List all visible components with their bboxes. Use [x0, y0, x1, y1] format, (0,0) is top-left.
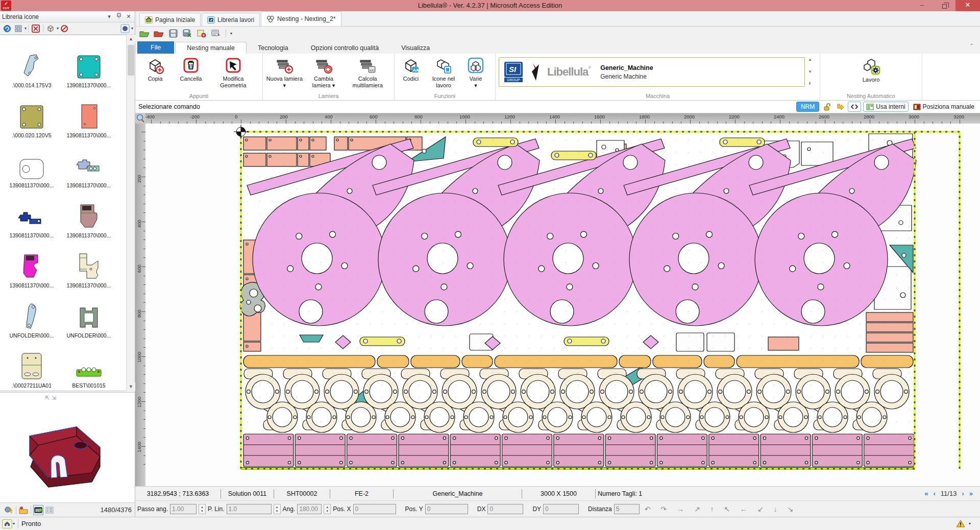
distanza-input[interactable] [614, 504, 640, 514]
nrm-button[interactable]: NRM [796, 102, 819, 112]
disable-icon[interactable] [59, 23, 69, 34]
new-folder-icon[interactable] [18, 505, 29, 515]
filter-caret[interactable]: ▾ [131, 26, 133, 31]
code-view-button[interactable] [848, 102, 861, 112]
tab-libreria-lavori[interactable]: Libreria lavori [202, 13, 260, 26]
report-icon[interactable] [210, 28, 222, 39]
home-status-caret[interactable]: ▾ [13, 521, 15, 526]
nuova-lamiera-button[interactable]: Nuova lamiera ▾ [266, 56, 303, 89]
passo-ang-spinner[interactable]: ▲▼ [199, 504, 206, 514]
scroll-thumb[interactable] [128, 45, 134, 76]
nesting-canvas-area[interactable]: -400-20002004006008001000120014001600180… [135, 113, 980, 486]
library-item[interactable]: 1390811370\000... [3, 188, 60, 238]
pos-x-input[interactable] [353, 504, 396, 514]
dx-input[interactable] [487, 504, 523, 514]
cambia-lamiera-button[interactable]: Cambia lamiera ▾ [305, 56, 342, 89]
posiziona-manuale-button[interactable]: Posiziona manuale [911, 102, 977, 112]
icone-nel-lavoro-button[interactable]: Icone nel lavoro [426, 56, 461, 89]
quickbar-more-caret[interactable]: ▾ [230, 31, 232, 36]
drawing-area[interactable] [145, 124, 980, 486]
first-page-icon[interactable]: « [924, 490, 928, 497]
refresh-library-icon[interactable] [2, 23, 12, 34]
title-bar: ✓CUT Libellula® - Ver. 4.2.37 | Microsof… [0, 0, 980, 11]
resize-arrows-icon[interactable]: ⇱⇲ [45, 395, 58, 401]
minimize-button[interactable]: – [911, 0, 933, 11]
ribbon-tab-nesting-manuale[interactable]: Nesting manuale [175, 42, 247, 54]
delete-icon[interactable] [31, 23, 41, 34]
library-item[interactable]: BEST\001015 [60, 339, 117, 389]
dy-input[interactable] [543, 504, 579, 514]
home-status-icon[interactable] [2, 519, 12, 528]
scroll-down-icon[interactable]: ▼ [127, 382, 135, 391]
passo-ang-input[interactable] [170, 504, 197, 514]
panel-close-icon[interactable]: ✕ [125, 13, 133, 21]
nesting-drawing[interactable] [145, 124, 980, 486]
calcola-multilamiera-button[interactable]: Calcola multilamiera [344, 56, 391, 89]
library-item[interactable]: 1390811370\000... [60, 38, 117, 88]
close-button[interactable]: ✕ [955, 0, 980, 11]
view-mode-icon[interactable] [13, 23, 23, 34]
ribbon-tab-visualizza[interactable]: Visualizza [390, 42, 441, 54]
pos-y-input[interactable] [425, 504, 468, 514]
copia-button[interactable]: Copia [138, 56, 172, 82]
library-item[interactable]: UNFOLDER\000... [3, 288, 60, 339]
part-box-icon[interactable] [45, 23, 56, 34]
lock-icon[interactable] [822, 102, 832, 112]
codici-button[interactable]: AA Codici [398, 56, 424, 82]
library-item[interactable]: 1390811370\000... [3, 138, 60, 188]
restore-button[interactable] [933, 0, 955, 11]
nudge-arrows[interactable]: ↶ ↷ → ↗ ↑ ↖ ← ↙ ↓ ↘ [645, 505, 797, 513]
part-3d-preview[interactable]: ⇱⇲ [0, 392, 135, 502]
view-mode-caret[interactable]: ▾ [24, 26, 27, 31]
library-item[interactable]: 1390811370\000... [60, 238, 117, 288]
library-item[interactable]: 1390811370\000... [60, 188, 117, 238]
warning-icon[interactable] [956, 520, 965, 527]
save-icon[interactable] [167, 28, 179, 39]
warning-caret[interactable]: ▾ [969, 521, 971, 526]
library-item[interactable]: .\00027211UA01 [3, 339, 60, 389]
machine-scroll-arrows[interactable]: ▲▼⇟ [808, 57, 812, 86]
export-icon[interactable] [196, 28, 207, 39]
filter-icon[interactable] [120, 23, 130, 34]
save-as-icon[interactable] [182, 28, 193, 39]
library-item[interactable]: 1390811370\000... [60, 138, 117, 188]
tab-pagina-iniziale[interactable]: Pagina Iniziale [139, 13, 201, 26]
ribbon-collapse-icon[interactable]: ⌃ [970, 43, 974, 49]
library-item[interactable]: 1390811370\000... [3, 238, 60, 288]
view-3d-icon[interactable]: 3D [33, 505, 43, 515]
modifica-geometria-button[interactable]: Modifica Geometria [210, 56, 257, 89]
cancella-button[interactable]: Cancella [174, 56, 208, 82]
library-item[interactable]: .\000.020.120V5 [3, 88, 60, 138]
manual-position-icon [913, 104, 921, 110]
lavoro-button[interactable]: Lavoro [853, 56, 889, 83]
library-item[interactable]: 1390811370\000... [60, 88, 117, 138]
quick-access-toolbar: ▾ [135, 27, 980, 40]
panel-menu-icon[interactable]: ▾ [105, 13, 113, 21]
library-item[interactable]: .\000.014.175V3 [3, 38, 60, 88]
open-green-folder-icon[interactable] [139, 28, 150, 39]
ang-spinner[interactable]: ▲▼ [324, 504, 331, 514]
ribbon-tab-opzioni[interactable]: Opzioni controllo qualità [300, 42, 390, 54]
last-page-icon[interactable]: » [969, 490, 973, 497]
ang-input[interactable] [297, 504, 322, 514]
p-lin-input[interactable] [227, 504, 272, 514]
ribbon-tab-file[interactable]: File [137, 41, 174, 54]
varie-button[interactable]: Varie▾ [463, 56, 488, 89]
list-view-icon[interactable] [44, 505, 55, 515]
next-page-icon[interactable]: › [962, 490, 964, 497]
usa-interni-button[interactable]: Usa interni [863, 102, 908, 112]
scroll-up-icon[interactable]: ▲ [127, 35, 135, 43]
tab-nesting[interactable]: Nesting - Nexting_2* [261, 11, 341, 26]
prev-page-icon[interactable]: ‹ [934, 490, 936, 497]
ribbon-tab-tecnologia[interactable]: Tecnologia [247, 42, 300, 54]
library-item[interactable]: UNFOLDER\000... [60, 288, 117, 339]
part-box-caret[interactable]: ▾ [57, 26, 59, 31]
p-lin-spinner[interactable]: ▲▼ [274, 504, 281, 514]
pin-icon[interactable] [115, 13, 123, 21]
update-icon[interactable] [4, 505, 14, 515]
ruler-corner[interactable] [135, 113, 145, 124]
machine-selector[interactable]: SIGROUP Libellula® Generic_Machine Gener… [499, 57, 805, 87]
open-red-folder-icon[interactable] [153, 28, 164, 39]
library-scrollbar[interactable]: ▲ ▼ [126, 35, 135, 391]
elbow-arrow-icon[interactable] [835, 102, 845, 112]
